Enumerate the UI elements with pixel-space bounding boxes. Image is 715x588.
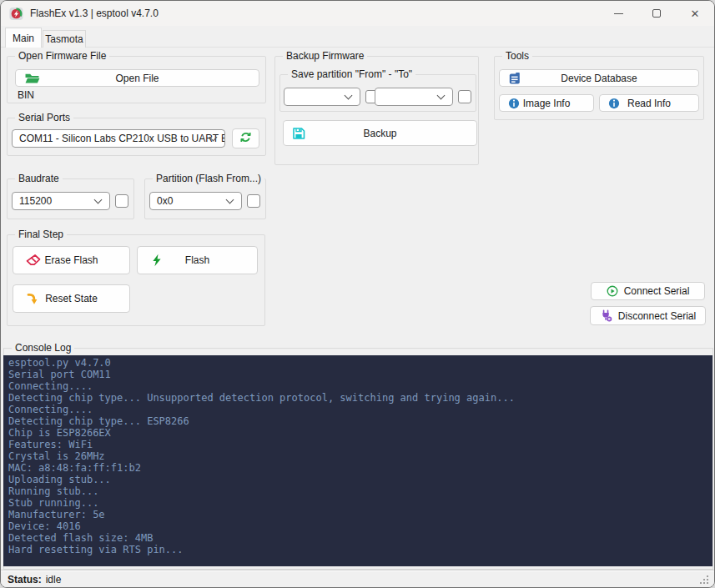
console-line: Manufacturer: 5e: [8, 509, 707, 520]
baudrate-checkbox[interactable]: [115, 194, 128, 208]
reset-state-button[interactable]: Reset State: [13, 284, 130, 313]
open-file-button-label: Open File: [115, 73, 159, 84]
device-database-button-label: Device Database: [561, 73, 637, 84]
console-line: Connecting....: [8, 404, 707, 415]
tab-tasmota[interactable]: Tasmota: [43, 30, 86, 48]
database-card-icon: [508, 72, 521, 85]
backup-button[interactable]: Backup: [283, 120, 477, 146]
console-line: Chip is ESP8266EX: [8, 427, 707, 439]
close-button[interactable]: ✕: [676, 1, 714, 26]
read-info-button-label: Read Info: [627, 98, 671, 109]
disconnect-serial-button[interactable]: Disconnect Serial: [590, 306, 706, 325]
final-step-legend: Final Step: [15, 229, 67, 240]
tab-main[interactable]: Main: [5, 28, 42, 48]
status-label: Status:: [8, 574, 42, 585]
backup-to-checkbox[interactable]: [458, 90, 471, 103]
backup-to-select[interactable]: [375, 88, 453, 106]
minimize-button[interactable]: [599, 1, 637, 26]
save-partition-legend: Save partition "From" - "To": [288, 68, 415, 80]
flash-button[interactable]: Flash: [137, 246, 258, 274]
serial-port-value: COM11 - Silicon Labs CP210x USB to UART …: [19, 133, 225, 144]
console-line: Detected flash size: 4MB: [8, 532, 707, 544]
console-line: Hard resetting via RTS pin...: [8, 544, 707, 555]
refresh-ports-button[interactable]: [232, 128, 259, 148]
open-file-button[interactable]: Open File: [15, 69, 259, 87]
console-line: MAC: a8:48:fa:ff:f1:b2: [8, 462, 707, 474]
resize-grip[interactable]: [707, 582, 708, 584]
console-line: Serial port COM11: [8, 369, 707, 380]
window-controls: ✕: [599, 1, 714, 26]
baudrate-value: 115200: [19, 195, 52, 207]
info-circle-icon: [508, 98, 520, 109]
console-log[interactable]: esptool.py v4.7.0Serial port COM11Connec…: [3, 355, 712, 566]
console-line: Detecting chip type... Unsupported detec…: [8, 392, 707, 404]
status-bar: Status: idle: [1, 570, 714, 588]
floppy-disk-icon: [292, 127, 305, 140]
tab-strip-border: [1, 47, 714, 48]
plug-x-icon: [600, 309, 612, 322]
disconnect-serial-button-label: Disconnect Serial: [618, 310, 696, 322]
console-line: Device: 4016: [8, 520, 707, 532]
erase-flash-button-label: Erase Flash: [44, 254, 98, 266]
flash-button-label: Flash: [185, 254, 209, 266]
titlebar: FlashEx v1.3 | esptool v4.7.0 ✕: [1, 1, 714, 26]
backup-button-label: Backup: [363, 128, 396, 139]
partition-checkbox[interactable]: [247, 194, 260, 208]
backup-from-select[interactable]: [284, 88, 360, 106]
maximize-button[interactable]: [637, 1, 676, 26]
info-circle-icon: [608, 98, 620, 109]
curved-down-arrow-icon: [26, 292, 39, 305]
console-line: esptool.py v4.7.0: [8, 357, 707, 369]
connect-serial-button-label: Connect Serial: [624, 285, 690, 297]
status-value: idle: [46, 574, 62, 585]
console-line: Running stub...: [8, 485, 707, 497]
console-line: Stub running...: [8, 497, 707, 509]
console-line: Detecting chip type... ESP8266: [8, 415, 707, 427]
close-icon: ✕: [691, 8, 700, 19]
connect-serial-button[interactable]: Connect Serial: [591, 282, 705, 300]
lightning-bolt-icon: [150, 254, 164, 267]
console-line: Connecting....: [8, 380, 707, 392]
image-info-button-label: Image Info: [523, 98, 571, 109]
baudrate-select[interactable]: 115200: [12, 192, 110, 210]
image-info-button[interactable]: Image Info: [499, 94, 594, 112]
maximize-icon: [652, 9, 661, 18]
partition-legend: Partition (Flash From...): [153, 173, 264, 184]
baudrate-legend: Baudrate: [15, 173, 63, 184]
read-info-button[interactable]: Read Info: [599, 94, 699, 112]
open-firmware-legend: Open Firmware File: [15, 50, 109, 62]
play-circle-icon: [607, 285, 618, 297]
minimize-icon: [614, 13, 623, 14]
console-line: Crystal is 26MHz: [8, 450, 707, 462]
console-line: Uploading stub...: [8, 474, 707, 485]
erase-flash-button[interactable]: Erase Flash: [13, 246, 130, 274]
open-folder-icon: [24, 72, 40, 84]
serial-ports-legend: Serial Ports: [15, 112, 73, 123]
reset-state-button-label: Reset State: [45, 293, 98, 304]
app-icon: [9, 7, 23, 21]
window-title: FlashEx v1.3 | esptool v4.7.0: [30, 8, 159, 19]
tools-legend: Tools: [502, 50, 532, 62]
serial-port-select[interactable]: COM11 - Silicon Labs CP210x USB to UART …: [12, 129, 225, 148]
partition-select[interactable]: 0x0: [149, 192, 242, 210]
refresh-icon: [239, 131, 252, 146]
eraser-icon: [26, 254, 41, 267]
app-window: FlashEx v1.3 | esptool v4.7.0 ✕ Main Tas…: [0, 0, 715, 588]
device-database-button[interactable]: Device Database: [499, 69, 699, 87]
backup-firmware-legend: Backup Firmware: [283, 50, 367, 62]
console-log-legend: Console Log: [12, 342, 74, 354]
file-type-label: BIN: [18, 89, 34, 101]
console-line: Features: WiFi: [8, 439, 707, 450]
partition-value: 0x0: [157, 195, 173, 207]
